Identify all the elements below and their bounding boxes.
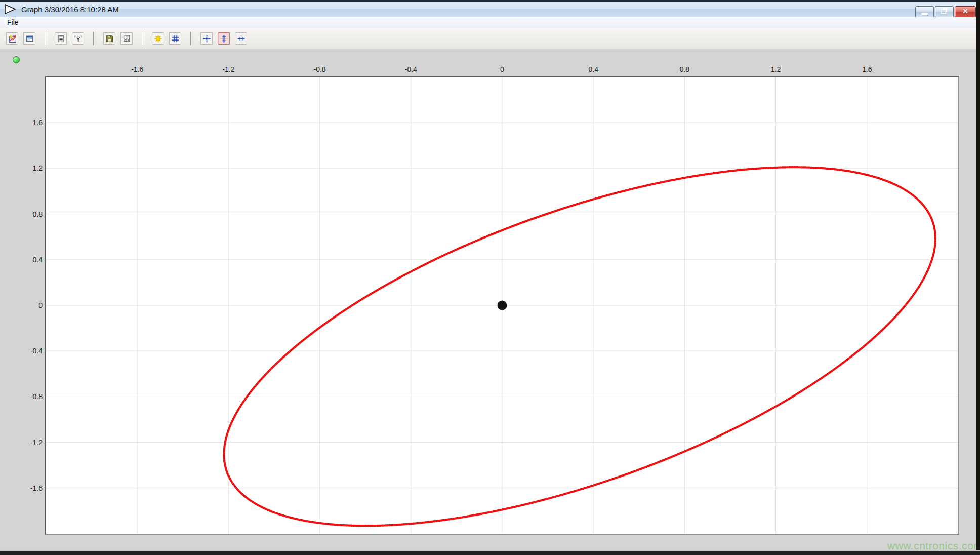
plot-area[interactable]	[46, 77, 958, 534]
vertical-cursor-button[interactable]	[218, 32, 230, 45]
window-title: Graph 3/30/2016 8:10:28 AM	[21, 5, 119, 14]
desktop-edge-bottom	[0, 550, 980, 555]
menu-item-file[interactable]: File	[0, 17, 24, 28]
origin-cursor-point[interactable]	[498, 301, 507, 310]
app-run-arrow-icon	[4, 4, 17, 15]
horizontal-cursor-button[interactable]	[235, 32, 247, 45]
y-axis-settings-icon: Y	[74, 34, 83, 43]
minimize-icon	[922, 13, 928, 15]
graph-window: Graph 3/30/2016 8:10:28 AM ✕ File Y -1.6…	[0, 0, 980, 555]
chart-wizard-button[interactable]	[6, 32, 18, 45]
vertical-cursor-icon	[220, 34, 228, 43]
starburst-button[interactable]	[152, 32, 164, 45]
status-led	[13, 56, 20, 63]
toolbar-separator	[45, 32, 46, 45]
export-page-button[interactable]	[120, 32, 133, 45]
toolbar-separator	[142, 32, 143, 45]
client-area	[0, 49, 980, 555]
ellipse-trace	[224, 167, 935, 526]
svg-text:Y: Y	[76, 37, 80, 43]
toolbar: Y	[0, 28, 980, 49]
window-layout-button[interactable]	[23, 32, 35, 45]
desktop-edge-right	[976, 0, 980, 555]
window-layout-icon	[25, 34, 34, 43]
close-icon: ✕	[955, 7, 975, 15]
title-bar: Graph 3/30/2016 8:10:28 AM ✕	[0, 0, 980, 17]
save-button[interactable]	[103, 32, 115, 45]
chart-wizard-icon	[8, 34, 17, 43]
center-cursor-button[interactable]	[200, 32, 213, 45]
center-cursor-icon	[202, 34, 211, 43]
grid-button[interactable]	[169, 32, 181, 45]
minimize-button[interactable]	[915, 6, 934, 18]
restore-icon	[941, 9, 946, 14]
starburst-icon	[154, 34, 162, 43]
export-page-icon	[123, 34, 131, 43]
save-icon	[105, 34, 114, 43]
menu-bar: File	[0, 17, 980, 28]
toolbar-separator	[190, 32, 191, 45]
data-list-button[interactable]	[55, 32, 67, 45]
y-axis-settings-button[interactable]: Y	[72, 32, 84, 45]
close-button[interactable]: ✕	[955, 6, 976, 18]
data-list-icon	[57, 34, 65, 43]
horizontal-cursor-icon	[237, 34, 246, 43]
restore-button[interactable]	[935, 6, 954, 18]
toolbar-separator	[93, 32, 94, 45]
plot-frame	[45, 76, 959, 535]
grid-icon	[171, 34, 180, 43]
